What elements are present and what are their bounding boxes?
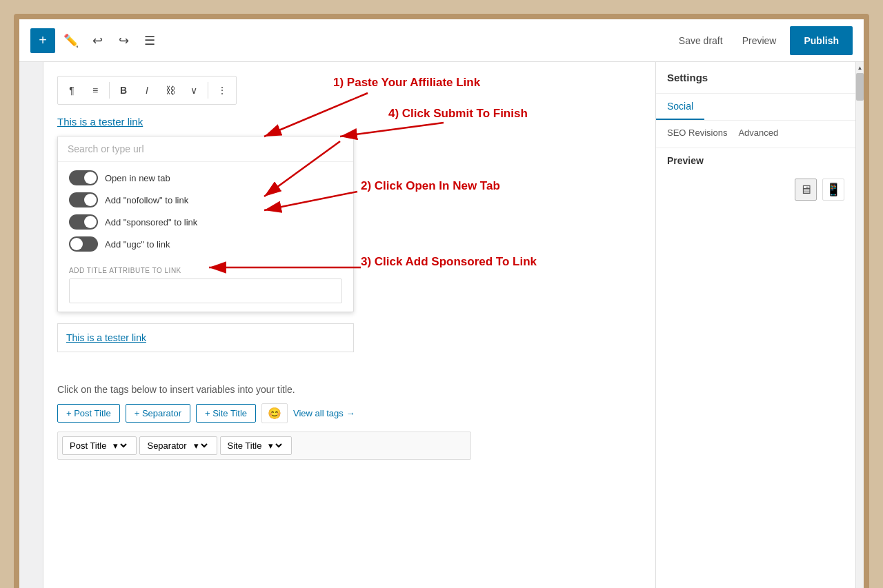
- title-attr-input[interactable]: [69, 278, 342, 303]
- save-draft-button[interactable]: Save draft: [673, 31, 728, 50]
- scrollbar-thumb[interactable]: [856, 73, 864, 101]
- toggle-options: Open in new tab Add "nofollow" to link A…: [58, 162, 353, 267]
- left-sidebar: [19, 62, 43, 588]
- toggle-row-3: Add "sponsored" to link: [69, 214, 342, 230]
- sponsored-toggle[interactable]: [69, 214, 98, 230]
- nofollow-label: Add "nofollow" to link: [105, 195, 188, 205]
- site-title-pill-label: Site Title: [228, 440, 262, 451]
- publish-button[interactable]: Publish: [790, 26, 853, 55]
- sidebar-tab-social[interactable]: Social: [656, 94, 704, 120]
- url-search-input[interactable]: [58, 136, 353, 162]
- preview-label: Preview: [656, 148, 855, 173]
- title-attr-section: ADD TITLE ATTRIBUTE TO LINK: [58, 267, 353, 312]
- svg-text:2) Click Open In New Tab: 2) Click Open In New Tab: [361, 179, 500, 192]
- toolbar-right: Save draft Preview Publish: [673, 26, 853, 55]
- emoji-button[interactable]: 😊: [261, 403, 288, 423]
- title-attr-label: ADD TITLE ATTRIBUTE TO LINK: [69, 267, 342, 274]
- undo-icon[interactable]: ↩: [87, 30, 108, 51]
- post-title-pill-label: Post Title: [70, 440, 106, 451]
- separator-select[interactable]: ▾: [191, 440, 210, 452]
- preview-button[interactable]: Preview: [737, 31, 782, 50]
- scrollbar[interactable]: ▲ ▼: [855, 62, 864, 588]
- toggle-row-1: Open in new tab: [69, 170, 342, 185]
- nofollow-toggle[interactable]: [69, 192, 98, 207]
- redo-icon[interactable]: ↪: [113, 30, 134, 51]
- wp-toolbar: + ✏️ ↩ ↪ ☰ Save draft Preview Publish: [19, 19, 864, 62]
- device-icons: 🖥 📱: [656, 173, 855, 206]
- sidebar-tabs: Social: [656, 94, 855, 121]
- title-pill-post[interactable]: Post Title ▾: [62, 436, 137, 455]
- link-btn[interactable]: ⛓: [159, 79, 181, 101]
- toolbar-divider: [109, 82, 110, 99]
- title-pill-site[interactable]: Site Title ▾: [220, 436, 292, 455]
- tags-instruction: Click on the tags below to insert variab…: [57, 384, 642, 395]
- add-button[interactable]: +: [30, 28, 55, 53]
- svg-text:3) Click Add Sponsored To Link: 3) Click Add Sponsored To Link: [361, 255, 537, 268]
- bold-btn[interactable]: B: [112, 79, 135, 101]
- toolbar-left: + ✏️ ↩ ↪ ☰: [30, 28, 668, 53]
- menu-icon[interactable]: ☰: [139, 30, 160, 51]
- block-toolbar: ¶ ≡ B I ⛓ ∨ ⋮: [57, 76, 237, 105]
- open-new-tab-toggle[interactable]: [69, 170, 98, 185]
- bottom-section: Click on the tags below to insert variab…: [57, 373, 642, 471]
- editor-area: ¶ ≡ B I ⛓ ∨ ⋮ This is a tester link: [43, 62, 655, 588]
- edit-icon[interactable]: ✏️: [61, 30, 81, 51]
- view-all-tags-link[interactable]: View all tags →: [293, 408, 355, 418]
- editor-link-text[interactable]: This is a tester link: [57, 116, 642, 128]
- right-sidebar: Settings Social SEO Revisions Advanced P…: [655, 62, 855, 588]
- separator-tag-btn[interactable]: + Separator: [126, 404, 190, 423]
- svg-line-2: [264, 93, 368, 136]
- desktop-icon[interactable]: 🖥: [795, 179, 817, 201]
- post-title-select[interactable]: ▾: [110, 440, 129, 452]
- more-btn[interactable]: ∨: [183, 79, 205, 101]
- site-title-select[interactable]: ▾: [266, 440, 284, 452]
- url-search-popup: Open in new tab Add "nofollow" to link A…: [57, 136, 354, 312]
- italic-btn[interactable]: I: [136, 79, 158, 101]
- title-pill-sep[interactable]: Separator ▾: [139, 436, 217, 455]
- options-btn[interactable]: ⋮: [211, 79, 233, 101]
- ugc-toggle[interactable]: [69, 236, 98, 252]
- title-row: Post Title ▾ Separator ▾ Site Title ▾: [57, 432, 471, 460]
- scroll-up-arrow[interactable]: ▲: [856, 62, 864, 73]
- toggle-row-4: Add "ugc" to link: [69, 236, 342, 252]
- align-btn[interactable]: ≡: [84, 79, 106, 101]
- open-new-tab-label: Open in new tab: [105, 173, 170, 183]
- tags-row: + Post Title + Separator + Site Title 😊 …: [57, 403, 642, 423]
- paragraph-btn[interactable]: ¶: [61, 79, 83, 101]
- site-title-tag-btn[interactable]: + Site Title: [196, 404, 256, 423]
- settings-header: Settings: [656, 62, 855, 94]
- mobile-icon[interactable]: 📱: [822, 179, 844, 201]
- advanced-tab[interactable]: Advanced: [738, 128, 778, 141]
- toolbar-divider2: [208, 82, 208, 99]
- seo-tabs: SEO Revisions Advanced: [656, 121, 855, 148]
- toggle-row-2: Add "nofollow" to link: [69, 192, 342, 207]
- ugc-label: Add "ugc" to link: [105, 239, 170, 250]
- sponsored-label: Add "sponsored" to link: [105, 217, 197, 227]
- seo-revisions-tab[interactable]: SEO Revisions: [667, 128, 727, 141]
- separator-pill-label: Separator: [147, 440, 186, 451]
- post-title-tag-btn[interactable]: + Post Title: [57, 404, 120, 423]
- svg-text:1) Paste Your Affiliate Link: 1) Paste Your Affiliate Link: [333, 76, 481, 89]
- preview-link-box[interactable]: This is a tester link: [57, 323, 354, 352]
- main-area: ¶ ≡ B I ⛓ ∨ ⋮ This is a tester link: [19, 62, 864, 588]
